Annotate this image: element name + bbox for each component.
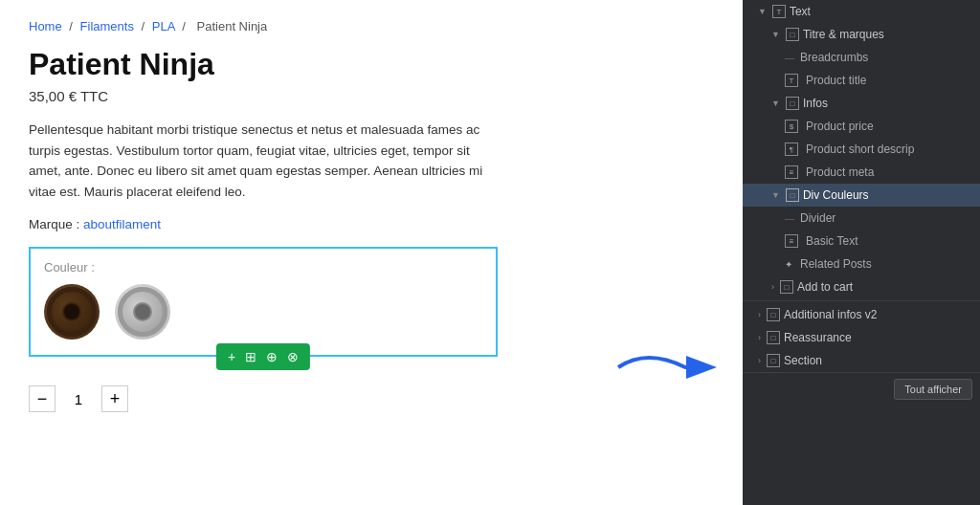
component-tree: ▼ T Text ▼ □ Titre & marques — Breadcrum… bbox=[743, 0, 980, 505]
color-swatches bbox=[44, 284, 482, 340]
icon-reassurance: □ bbox=[767, 331, 780, 344]
label-divider: Divider bbox=[800, 211, 835, 225]
icon-product-meta: ≡ bbox=[785, 165, 798, 179]
quantity-row: − 1 + bbox=[29, 385, 714, 412]
chevron-titre: ▼ bbox=[771, 30, 780, 39]
label-product-meta: Product meta bbox=[806, 165, 874, 179]
breadcrumb-pla[interactable]: PLA bbox=[152, 19, 175, 33]
chevron-additional-infos: › bbox=[758, 310, 761, 319]
chevron-infos: ▼ bbox=[771, 99, 780, 108]
color-section: Couleur : + ⊞ ⊕ ⊗ bbox=[29, 247, 498, 357]
tree-item-add-to-cart[interactable]: › □ Add to cart bbox=[743, 275, 980, 298]
label-add-to-cart: Add to cart bbox=[797, 280, 853, 294]
dash-breadcrumbs: — bbox=[785, 53, 794, 63]
label-product-title: Product title bbox=[806, 74, 866, 87]
chevron-div-couleurs: ▼ bbox=[771, 190, 780, 200]
label-titre: Titre & marques bbox=[803, 28, 884, 41]
bottom-bar: Tout afficher bbox=[743, 372, 980, 384]
tree-item-divider[interactable]: — Divider bbox=[743, 207, 980, 230]
product-price: 35,00 € TTC bbox=[29, 88, 714, 104]
icon-related-posts: ✦ bbox=[785, 259, 792, 270]
product-description: Pellentesque habitant morbi tristique se… bbox=[29, 120, 488, 202]
tree-item-infos[interactable]: ▼ □ Infos bbox=[743, 92, 980, 115]
label-div-couleurs: Div Couleurs bbox=[803, 188, 869, 202]
product-panel: Home / Filaments / PLA / Patient Ninja P… bbox=[0, 0, 743, 505]
product-title: Patient Ninja bbox=[29, 47, 714, 82]
icon-infos: □ bbox=[786, 97, 799, 110]
icon-text: T bbox=[772, 5, 786, 18]
color-label: Couleur : bbox=[44, 260, 482, 274]
quantity-decrease[interactable]: − bbox=[29, 385, 56, 412]
label-reassurance: Reassurance bbox=[784, 331, 852, 344]
chevron-add-to-cart: › bbox=[771, 282, 774, 292]
tree-item-titre-marques[interactable]: ▼ □ Titre & marques bbox=[743, 23, 980, 46]
breadcrumb: Home / Filaments / PLA / Patient Ninja bbox=[29, 19, 714, 33]
tree-item-product-price[interactable]: $ Product price bbox=[743, 115, 980, 138]
breadcrumb-home[interactable]: Home bbox=[29, 19, 62, 33]
tout-afficher-button[interactable]: Tout afficher bbox=[894, 379, 972, 400]
tree-item-div-couleurs[interactable]: ▼ □ Div Couleurs bbox=[743, 184, 980, 207]
tree-item-reassurance[interactable]: › □ Reassurance bbox=[743, 326, 980, 349]
label-product-price: Product price bbox=[806, 120, 874, 133]
breadcrumb-filaments[interactable]: Filaments bbox=[80, 19, 134, 33]
icon-additional-infos: □ bbox=[767, 308, 780, 321]
label-text: Text bbox=[790, 5, 811, 18]
icon-titre: □ bbox=[786, 28, 799, 41]
chevron-section: › bbox=[758, 356, 761, 365]
tree-item-additional-infos[interactable]: › □ Additional infos v2 bbox=[743, 303, 980, 326]
icon-add-to-cart: □ bbox=[780, 280, 793, 294]
label-additional-infos: Additional infos v2 bbox=[784, 308, 877, 321]
brand-link[interactable]: aboutfilament bbox=[83, 217, 161, 231]
label-product-short-descrip: Product short descrip bbox=[806, 143, 914, 156]
toolbar-move[interactable]: ⊕ bbox=[262, 347, 281, 366]
chevron-reassurance: › bbox=[758, 333, 761, 342]
breadcrumb-sep2: / bbox=[142, 19, 145, 33]
breadcrumb-sep1: / bbox=[69, 19, 73, 33]
color-swatch-white[interactable] bbox=[115, 284, 170, 340]
toolbar-add[interactable]: + bbox=[224, 347, 239, 366]
label-infos: Infos bbox=[803, 97, 828, 110]
tree-item-product-short-descrip[interactable]: ¶ Product short descrip bbox=[743, 138, 980, 161]
dash-divider: — bbox=[785, 213, 794, 224]
label-section: Section bbox=[784, 354, 822, 367]
tree-item-basic-text[interactable]: ≡ Basic Text bbox=[743, 230, 980, 252]
quantity-value: 1 bbox=[67, 391, 90, 407]
icon-product-price: $ bbox=[785, 120, 798, 133]
toolbar-grid[interactable]: ⊞ bbox=[241, 347, 260, 366]
tree-item-product-title[interactable]: T Product title bbox=[743, 69, 980, 92]
label-basic-text: Basic Text bbox=[806, 234, 858, 248]
brand-label: Marque : bbox=[29, 217, 79, 231]
tree-item-section[interactable]: › □ Section bbox=[743, 349, 980, 372]
tree-item-related-posts[interactable]: ✦ Related Posts bbox=[743, 252, 980, 275]
chevron-text: ▼ bbox=[758, 7, 767, 16]
color-swatch-brown[interactable] bbox=[44, 284, 100, 340]
quantity-increase[interactable]: + bbox=[101, 385, 128, 412]
product-brand: Marque : aboutfilament bbox=[29, 217, 714, 231]
icon-basic-text: ≡ bbox=[785, 234, 798, 248]
tree-item-breadcrumbs[interactable]: — Breadcrumbs bbox=[743, 46, 980, 69]
icon-section: □ bbox=[767, 354, 780, 367]
toolbar-settings[interactable]: ⊗ bbox=[283, 347, 302, 366]
icon-div-couleurs: □ bbox=[786, 188, 799, 202]
tree-item-text[interactable]: ▼ T Text bbox=[743, 0, 980, 23]
label-breadcrumbs: Breadcrumbs bbox=[800, 51, 868, 64]
color-section-toolbar: + ⊞ ⊕ ⊗ bbox=[216, 343, 310, 370]
breadcrumb-sep3: / bbox=[182, 19, 186, 33]
breadcrumb-current: Patient Ninja bbox=[197, 19, 268, 33]
label-related-posts: Related Posts bbox=[800, 257, 872, 271]
icon-product-title: T bbox=[785, 74, 798, 87]
icon-product-short-descrip: ¶ bbox=[785, 143, 798, 156]
tree-item-product-meta[interactable]: ≡ Product meta bbox=[743, 161, 980, 184]
